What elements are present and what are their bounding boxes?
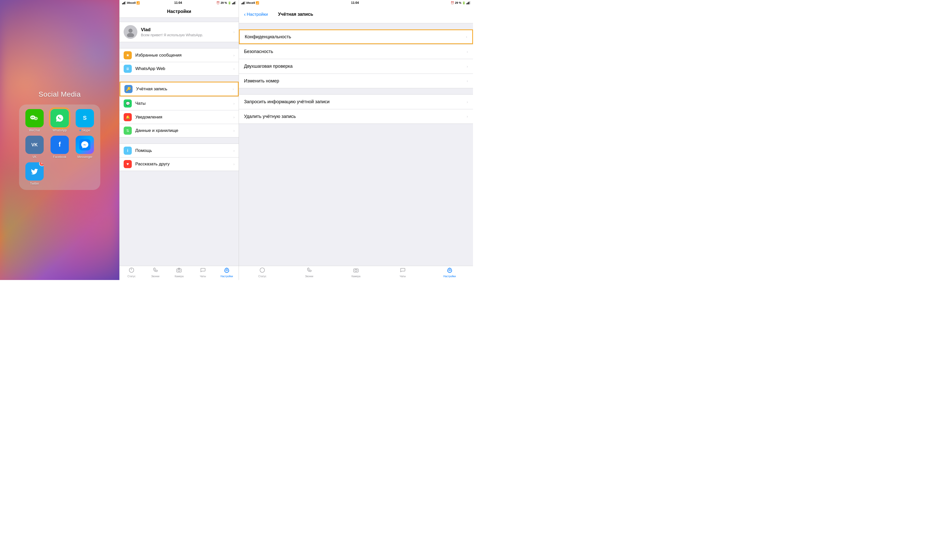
row-account[interactable]: 🔑 Учётная запись › — [120, 82, 239, 96]
vk-icon: VK — [25, 136, 44, 154]
tab-chats-icon — [200, 267, 206, 274]
whatsapp-web-icon: 🖥 — [123, 65, 132, 73]
account-tab-calls[interactable]: Звонки — [285, 267, 332, 278]
profile-row[interactable]: Vlad Всем привет! Я использую WhatsApp. … — [120, 22, 239, 42]
tell-friend-chevron: › — [233, 162, 235, 166]
tab-chats[interactable]: Чаты — [191, 267, 215, 278]
svg-point-39 — [355, 269, 357, 271]
svg-point-2 — [33, 117, 34, 118]
row-delete-account[interactable]: Удалить учётную запись › — [239, 109, 473, 124]
app-item-whatsapp[interactable]: WhatsApp — [49, 109, 70, 132]
account-status-left: lifecell 📶 — [241, 1, 259, 5]
account-content: Конфиденциальность › Безопасность › Двух… — [239, 23, 473, 266]
tab-calls[interactable]: Звонки — [144, 267, 167, 278]
battery-icon: 🔋 — [228, 1, 231, 5]
row-request-info[interactable]: Запросить информацию учётной записи › — [239, 94, 473, 109]
account-tab-chats[interactable]: Чаты — [379, 267, 426, 278]
row-whatsapp-web[interactable]: 🖥 WhatsApp Web › — [120, 62, 239, 75]
tab-settings-icon — [224, 267, 230, 274]
help-icon: i — [123, 146, 132, 155]
delete-account-chevron: › — [467, 114, 468, 118]
svg-rect-32 — [244, 1, 245, 4]
app-item-messenger[interactable]: Messenger — [74, 136, 96, 159]
twitter-badge: 20 — [39, 162, 44, 166]
app-item-vk[interactable]: VK VK — [24, 136, 45, 159]
row-change-number[interactable]: Изменить номер › — [239, 74, 473, 88]
app-item-facebook[interactable]: f Facebook — [49, 136, 70, 159]
row-help[interactable]: i Помощь › — [120, 143, 239, 157]
svg-text:S: S — [83, 115, 87, 121]
svg-rect-16 — [123, 3, 124, 4]
tell-friend-label: Рассказать другу — [135, 162, 233, 167]
account-time: 11:04 — [351, 1, 359, 5]
data-chevron: › — [233, 129, 235, 133]
wechat-icon — [25, 109, 44, 127]
settings-status-bar: lifecell 📶 11:04 ⏰ 29 % 🔋 — [120, 0, 239, 6]
security-label: Безопасность — [244, 49, 467, 54]
change-number-chevron: › — [467, 79, 468, 83]
account-tab-settings-label: Настройки — [443, 275, 456, 278]
row-data[interactable]: ⇅ Данные и хранилище › — [120, 124, 239, 137]
skype-icon: S — [76, 109, 94, 127]
tab-settings[interactable]: Настройки — [215, 267, 239, 278]
account-tab-camera-label: Камера — [352, 275, 361, 278]
account-icon: 🔑 — [124, 85, 133, 93]
chats-label: Чаты — [135, 101, 233, 106]
account-tab-settings[interactable]: Настройки — [426, 267, 473, 278]
account-tab-bar: Статус Звонки Камера Чаты Настройки — [239, 266, 473, 280]
row-starred[interactable]: ★ Избранные сообщения › — [120, 48, 239, 62]
tab-calls-label: Звонки — [151, 275, 159, 278]
account-tab-status-label: Статус — [258, 275, 266, 278]
svg-rect-20 — [233, 3, 234, 4]
security-chevron: › — [467, 50, 468, 54]
account-tab-status[interactable]: Статус — [239, 267, 285, 278]
account-status-bar: lifecell 📶 11:04 ⏰ 29 % 🔋 — [239, 0, 473, 6]
settings-battery-pct: 29 % — [221, 1, 227, 4]
row-chats[interactable]: 💬 Чаты › — [120, 96, 239, 110]
svg-point-27 — [178, 269, 180, 271]
back-button[interactable]: ‹ Настройки — [244, 11, 268, 17]
request-info-label: Запросить информацию учётной записи — [244, 99, 467, 105]
settings-time: 11:04 — [174, 1, 182, 5]
svg-rect-30 — [242, 3, 243, 4]
two-step-chevron: › — [467, 65, 468, 68]
app-folder: WeChat WhatsApp S — [19, 105, 100, 190]
tab-status[interactable]: Статус — [120, 267, 144, 278]
svg-point-40 — [449, 269, 451, 271]
tab-settings-label: Настройки — [221, 275, 233, 278]
settings-section-1: ★ Избранные сообщения › 🖥 WhatsApp Web › — [120, 48, 239, 75]
change-number-label: Изменить номер — [244, 78, 467, 84]
account-tab-camera[interactable]: Камера — [333, 267, 379, 278]
row-security[interactable]: Безопасность › — [239, 44, 473, 59]
account-status-right: ⏰ 29 % 🔋 — [451, 1, 471, 5]
privacy-label: Конфиденциальность — [245, 34, 466, 40]
account-battery-pct: 29 % — [455, 1, 461, 4]
whatsapp-label: WhatsApp — [52, 129, 66, 132]
data-label: Данные и хранилище — [135, 128, 233, 133]
row-two-step[interactable]: Двухшаговая проверка › — [239, 59, 473, 74]
account-tab-calls-label: Звонки — [305, 275, 313, 278]
app-item-wechat[interactable]: WeChat — [24, 109, 45, 132]
app-item-skype[interactable]: S Skype — [74, 109, 96, 132]
tab-camera[interactable]: Камера — [167, 267, 191, 278]
settings-section-2: 🔑 Учётная запись › 💬 Чаты › 🔔 Уведомлени… — [120, 82, 239, 137]
account-nav-title: Учётная запись — [278, 12, 313, 17]
svg-point-24 — [127, 33, 134, 37]
delete-account-label: Удалить учётную запись — [244, 114, 467, 119]
svg-point-3 — [34, 117, 38, 120]
row-notifications[interactable]: 🔔 Уведомления › — [120, 110, 239, 124]
request-info-chevron: › — [467, 100, 468, 104]
profile-chevron: › — [233, 30, 235, 34]
row-tell-friend[interactable]: ♥ Рассказать другу › — [120, 157, 239, 171]
account-tab-camera-icon — [353, 267, 359, 274]
account-section-2: Запросить информацию учётной записи › Уд… — [239, 94, 473, 124]
account-tab-chats-label: Чаты — [400, 275, 406, 278]
app-item-twitter[interactable]: 20 Twitter — [24, 162, 45, 185]
row-privacy[interactable]: Конфиденциальность › — [239, 29, 473, 44]
settings-panel: lifecell 📶 11:04 ⏰ 29 % 🔋 Настройки — [119, 0, 239, 280]
settings-carrier: lifecell — [127, 1, 136, 4]
privacy-chevron: › — [466, 35, 467, 39]
settings-nav-bar: Настройки — [120, 6, 239, 18]
whatsapp-web-chevron: › — [233, 67, 235, 71]
twitter-icon: 20 — [25, 162, 44, 181]
